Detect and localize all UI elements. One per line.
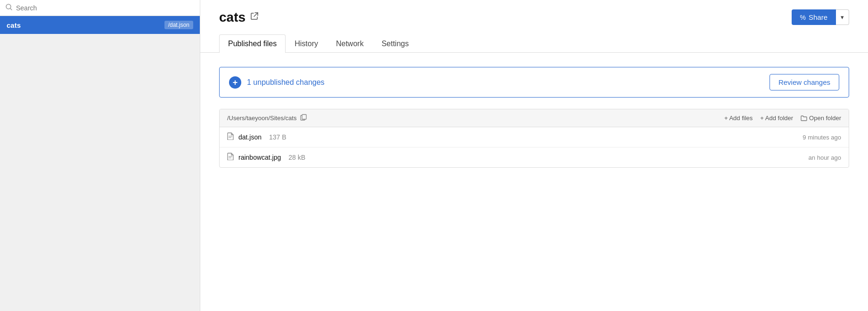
chevron-down-icon: ▾ (841, 14, 844, 21)
table-row: dat.json 137 B 9 minutes ago (220, 127, 849, 147)
file-size: 28 kB (288, 154, 305, 161)
table-row: rainbowcat.jpg 28 kB an hour ago (220, 147, 849, 167)
changes-message: 1 unpublished changes (247, 78, 325, 87)
search-icon (6, 4, 12, 12)
file-row-left: dat.json 137 B (227, 132, 287, 142)
file-list-actions: + Add files + Add folder Open folder (724, 115, 841, 122)
main-content: cats % Share ▾ Published files (200, 0, 868, 311)
file-size: 137 B (269, 133, 287, 141)
share-button[interactable]: % Share (792, 9, 836, 25)
file-row-left: rainbowcat.jpg 28 kB (227, 153, 305, 162)
repo-name-label: cats (7, 21, 21, 29)
file-time: 9 minutes ago (802, 134, 841, 141)
svg-line-2 (254, 13, 258, 16)
open-folder-button[interactable]: Open folder (801, 115, 841, 122)
copy-icon[interactable] (300, 114, 307, 122)
tab-network[interactable]: Network (327, 34, 373, 53)
share-label: Share (809, 13, 827, 21)
file-name: dat.json (238, 133, 262, 141)
file-list: /Users/taeyoon/Sites/cats + Add files + … (219, 109, 849, 168)
file-list-header: /Users/taeyoon/Sites/cats + Add files + … (220, 109, 849, 127)
open-folder-label: Open folder (809, 115, 841, 122)
review-changes-button[interactable]: Review changes (770, 74, 839, 90)
tab-history[interactable]: History (286, 34, 327, 53)
svg-rect-4 (302, 115, 306, 119)
tab-published-files[interactable]: Published files (219, 34, 286, 53)
sidebar: cats /dat.json (0, 0, 200, 311)
external-link-icon[interactable] (250, 12, 259, 23)
file-list-path: /Users/taeyoon/Sites/cats (227, 114, 307, 122)
header-right: % Share ▾ (792, 9, 849, 25)
repo-path-badge: /dat.json (164, 21, 193, 29)
search-input[interactable] (16, 4, 194, 12)
add-files-button[interactable]: + Add files (724, 115, 753, 122)
file-name: rainbowcat.jpg (238, 154, 281, 161)
header: cats % Share ▾ (200, 0, 868, 30)
tab-content: + 1 unpublished changes Review changes /… (200, 53, 868, 311)
add-folder-button[interactable]: + Add folder (760, 115, 793, 122)
changes-banner: + 1 unpublished changes Review changes (219, 67, 849, 98)
svg-line-1 (10, 8, 12, 10)
tab-settings[interactable]: Settings (373, 34, 418, 53)
tabs-bar: Published files History Network Settings (200, 34, 868, 53)
file-time: an hour ago (809, 154, 841, 161)
share-dropdown-button[interactable]: ▾ (836, 9, 849, 25)
file-icon (227, 153, 234, 162)
file-icon (227, 132, 234, 142)
share-icon: % (800, 14, 806, 21)
header-left: cats (219, 10, 259, 25)
changes-left: + 1 unpublished changes (229, 76, 325, 89)
plus-circle-icon: + (229, 76, 241, 89)
sidebar-repo-item[interactable]: cats /dat.json (0, 16, 200, 34)
repo-title: cats (219, 10, 246, 25)
search-bar[interactable] (0, 0, 200, 16)
path-label: /Users/taeyoon/Sites/cats (227, 115, 296, 122)
